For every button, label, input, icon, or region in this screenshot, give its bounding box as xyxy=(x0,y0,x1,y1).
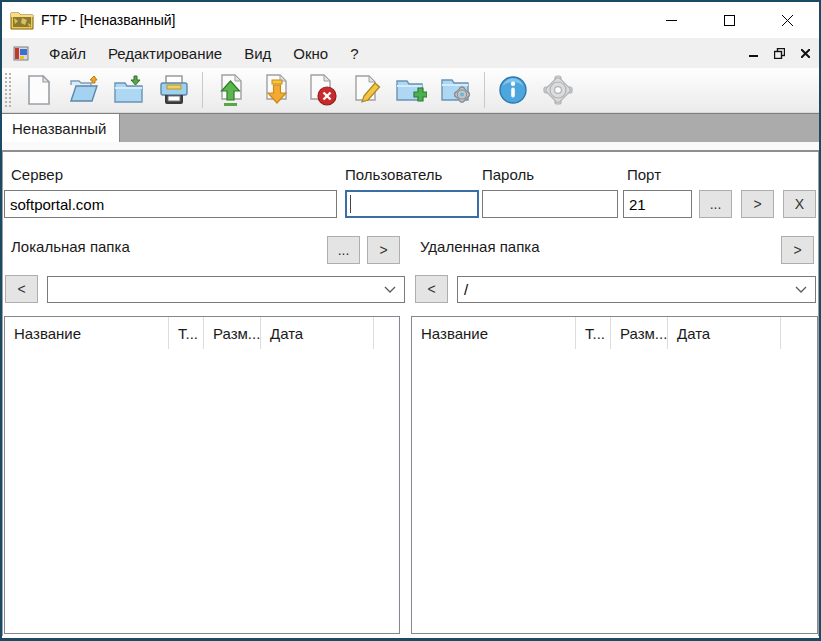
window-title: FTP - [Неназванный] xyxy=(41,12,176,28)
print-icon xyxy=(158,75,190,105)
download-file-icon xyxy=(260,74,292,106)
remote-list-body[interactable] xyxy=(412,349,817,633)
tab-session[interactable]: Неназванный xyxy=(2,114,120,142)
password-label: Пароль xyxy=(482,166,534,183)
close-button[interactable] xyxy=(764,2,810,38)
server-label: Сервер xyxy=(11,166,63,183)
info-button[interactable] xyxy=(496,71,530,109)
maximize-button[interactable] xyxy=(706,2,752,38)
toolbar-separator xyxy=(202,72,203,108)
local-send-button[interactable]: > xyxy=(367,236,400,264)
local-list-header: Название Т... Разм... Дата xyxy=(5,317,399,349)
user-input[interactable] xyxy=(345,190,479,218)
connect-button[interactable]: > xyxy=(741,190,774,218)
toolbar xyxy=(2,68,819,113)
local-browse-button[interactable]: ... xyxy=(327,236,360,264)
column-name[interactable]: Название xyxy=(412,317,576,349)
edit-button[interactable] xyxy=(349,71,383,109)
column-type[interactable]: Т... xyxy=(169,317,204,349)
chevron-down-icon xyxy=(384,286,396,294)
local-folder-label: Локальная папка xyxy=(11,238,130,255)
download-button[interactable] xyxy=(259,71,293,109)
new-document-icon xyxy=(27,75,51,105)
local-file-list[interactable]: Название Т... Разм... Дата xyxy=(4,316,400,634)
folder-settings-icon xyxy=(440,75,472,105)
settings-button[interactable] xyxy=(541,71,575,109)
mdi-minimize-button[interactable] xyxy=(745,45,761,61)
menu-file[interactable]: Файл xyxy=(38,41,97,66)
tab-page-edge xyxy=(2,142,819,152)
mdi-close-icon xyxy=(801,49,810,58)
port-input[interactable] xyxy=(623,190,692,218)
save-folder-button[interactable] xyxy=(112,71,146,109)
column-date[interactable]: Дата xyxy=(668,317,781,349)
local-path-combobox[interactable] xyxy=(47,276,405,303)
app-window: FTP - [Неназванный] Файл Редактирование … xyxy=(0,0,821,641)
remote-path-value: / xyxy=(464,281,468,298)
app-folder-icon xyxy=(10,10,34,30)
new-document-button[interactable] xyxy=(22,71,56,109)
disconnect-button[interactable]: X xyxy=(783,190,816,218)
maximize-icon xyxy=(724,15,735,26)
toolbar-separator xyxy=(484,72,485,108)
column-date[interactable]: Дата xyxy=(261,317,374,349)
remote-folder-label: Удаленная папка xyxy=(420,238,540,255)
menu-bar: Файл Редактирование Вид Окно ? xyxy=(2,38,819,68)
delete-button[interactable] xyxy=(304,71,338,109)
print-button[interactable] xyxy=(157,71,191,109)
column-type[interactable]: Т... xyxy=(576,317,611,349)
settings-icon xyxy=(542,74,574,106)
folder-settings-button[interactable] xyxy=(439,71,473,109)
menu-items: Файл Редактирование Вид Окно ? xyxy=(38,41,370,66)
open-folder-button[interactable] xyxy=(67,71,101,109)
chevron-down-icon xyxy=(795,286,807,294)
save-folder-icon xyxy=(113,75,145,105)
remote-file-list[interactable]: Название Т... Разм... Дата xyxy=(411,316,818,634)
connection-form: Сервер Пользователь Пароль Порт ... > X … xyxy=(2,152,819,636)
column-spacer xyxy=(781,317,817,349)
local-back-button[interactable]: < xyxy=(5,275,38,303)
title-bar[interactable]: FTP - [Неназванный] xyxy=(2,2,819,38)
tab-strip: Неназванный xyxy=(2,113,819,142)
delete-file-icon xyxy=(305,74,337,106)
mdi-window-controls xyxy=(745,38,813,68)
user-label: Пользователь xyxy=(345,166,442,183)
remote-list-header: Название Т... Разм... Дата xyxy=(412,317,817,349)
mdi-restore-icon xyxy=(774,48,785,59)
text-caret xyxy=(350,195,351,213)
local-list-body[interactable] xyxy=(5,349,399,633)
remote-back-button[interactable]: < xyxy=(415,275,448,303)
mdi-minimize-icon xyxy=(749,49,758,58)
upload-button[interactable] xyxy=(214,71,248,109)
close-icon xyxy=(782,15,793,26)
tab-label: Неназванный xyxy=(12,120,106,137)
menu-view[interactable]: Вид xyxy=(233,41,282,66)
add-folder-button[interactable] xyxy=(394,71,428,109)
minimize-button[interactable] xyxy=(648,2,694,38)
menu-window[interactable]: Окно xyxy=(282,41,339,66)
column-spacer xyxy=(374,317,399,349)
column-name[interactable]: Название xyxy=(5,317,169,349)
upload-file-icon xyxy=(215,74,247,106)
column-size[interactable]: Разм... xyxy=(611,317,668,349)
remote-send-button[interactable]: > xyxy=(781,236,814,264)
server-input[interactable] xyxy=(4,190,337,218)
mdi-close-button[interactable] xyxy=(797,45,813,61)
column-size[interactable]: Разм... xyxy=(204,317,261,349)
menu-help[interactable]: ? xyxy=(339,41,369,66)
port-label: Порт xyxy=(627,166,661,183)
mdi-restore-button[interactable] xyxy=(771,45,787,61)
menu-edit[interactable]: Редактирование xyxy=(97,41,233,66)
minimize-icon xyxy=(666,15,677,26)
password-input[interactable] xyxy=(482,190,618,218)
add-folder-icon xyxy=(395,75,427,105)
server-browse-button[interactable]: ... xyxy=(699,190,732,218)
edit-file-icon xyxy=(350,74,382,106)
remote-path-combobox[interactable]: / xyxy=(457,276,816,303)
toolbar-grip[interactable] xyxy=(5,73,11,107)
open-folder-icon xyxy=(68,75,100,105)
mdi-document-icon xyxy=(13,45,30,62)
info-icon xyxy=(498,75,528,105)
